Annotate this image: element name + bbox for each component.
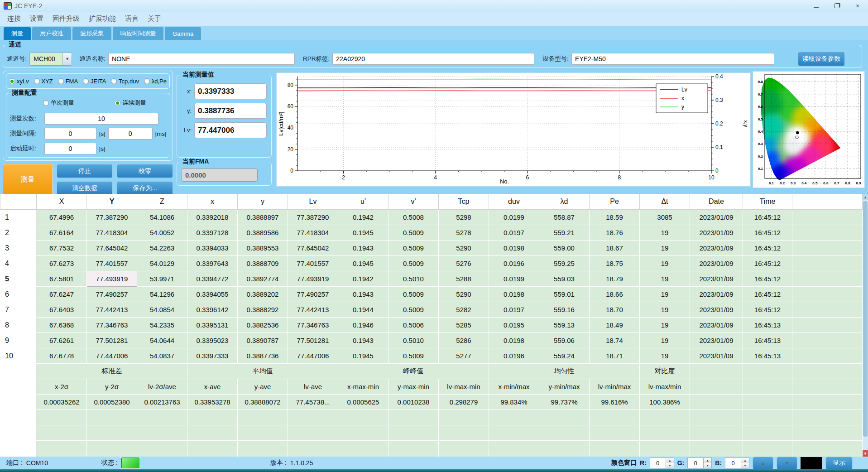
table-cell[interactable]: 18.66: [590, 287, 640, 302]
table-cell[interactable]: 67.6247: [37, 287, 87, 302]
row-number[interactable]: 10: [0, 348, 37, 364]
table-cell[interactable]: 77.493919: [288, 271, 338, 287]
table-cell[interactable]: 2023/01/09: [690, 241, 743, 256]
table-cell[interactable]: 16:45:13: [743, 333, 792, 348]
table-cell[interactable]: 5277: [439, 348, 489, 364]
table-cell[interactable]: 18.74: [590, 333, 640, 348]
table-cell[interactable]: [539, 425, 590, 441]
table-cell[interactable]: 5285: [439, 318, 489, 333]
table-cell[interactable]: 0.3888897: [238, 210, 288, 225]
table-cell[interactable]: 77.645042: [87, 241, 137, 256]
table-cell[interactable]: 19: [640, 287, 690, 302]
table-cell[interactable]: 0.3397128: [187, 225, 238, 241]
table-cell[interactable]: 2023/01/09: [690, 333, 743, 348]
table-cell[interactable]: 67.6403: [37, 302, 87, 318]
table-cell[interactable]: 19: [640, 333, 690, 348]
table-cell[interactable]: 54.0854: [137, 302, 187, 318]
table-cell[interactable]: 2023/01/09: [690, 225, 743, 241]
row-number[interactable]: 9: [0, 333, 37, 348]
table-cell[interactable]: [288, 410, 338, 425]
close-button[interactable]: ×: [847, 0, 868, 12]
table-cell[interactable]: 19: [640, 302, 690, 318]
table-cell[interactable]: 77.442413: [87, 302, 137, 318]
table-cell[interactable]: 19: [640, 348, 690, 364]
table-cell[interactable]: 0.3890787: [238, 333, 288, 348]
table-cell[interactable]: 54.2263: [137, 241, 187, 256]
table-cell[interactable]: 5286: [439, 333, 489, 348]
table-cell[interactable]: 67.6368: [37, 318, 87, 333]
interval-ms-input[interactable]: 0: [108, 128, 153, 140]
table-cell[interactable]: 77.490257: [87, 287, 137, 302]
table-cell[interactable]: 0.5009: [388, 302, 439, 318]
table-cell[interactable]: 16:45:12: [743, 302, 792, 318]
row-number[interactable]: 1: [0, 210, 37, 225]
scrollbar-thumb[interactable]: [863, 201, 868, 437]
read-device-params-button[interactable]: 读取设备参数: [798, 52, 845, 66]
menu-firmware-upgrade[interactable]: 固件升级: [48, 14, 84, 23]
table-cell[interactable]: 0.3888709: [238, 256, 288, 271]
table-cell[interactable]: 77.493919: [87, 271, 137, 287]
table-cell[interactable]: 18.67: [590, 241, 640, 256]
spin-up-icon[interactable]: ▲: [704, 458, 711, 463]
table-cell[interactable]: 0.0199: [489, 271, 539, 287]
table-cell[interactable]: 559.24: [539, 348, 590, 364]
spin-down-icon[interactable]: ▼: [666, 463, 674, 468]
table-cell[interactable]: 67.6273: [37, 256, 87, 271]
table-cell[interactable]: [690, 441, 743, 456]
stop-button[interactable]: 停止: [57, 164, 113, 178]
table-cell[interactable]: 559.03: [539, 271, 590, 287]
restore-button[interactable]: [826, 0, 847, 12]
save-as-button[interactable]: 保存为...: [117, 181, 173, 195]
table-cell[interactable]: [137, 425, 187, 441]
table-cell[interactable]: 0.3394033: [187, 241, 238, 256]
table-cell[interactable]: 0.1943: [338, 287, 388, 302]
table-cell[interactable]: 2023/01/09: [690, 256, 743, 271]
table-cell[interactable]: 53.9971: [137, 271, 187, 287]
table-cell[interactable]: 2023/01/09: [690, 271, 743, 287]
table-cell[interactable]: 19: [640, 225, 690, 241]
table-cell[interactable]: 19: [640, 256, 690, 271]
table-cell[interactable]: 77.447006: [288, 348, 338, 364]
table-cell[interactable]: 0.5010: [388, 333, 439, 348]
table-cell[interactable]: 5290: [439, 287, 489, 302]
table-cell[interactable]: [37, 425, 87, 441]
table-cell[interactable]: 0.3394772: [187, 271, 238, 287]
table-cell[interactable]: 0.3892774: [238, 271, 288, 287]
table-cell[interactable]: 0.5009: [388, 256, 439, 271]
table-cell[interactable]: 77.442413: [288, 302, 338, 318]
table-cell[interactable]: [439, 425, 489, 441]
table-cell[interactable]: 0.3888292: [238, 302, 288, 318]
table-cell[interactable]: 67.5801: [37, 271, 87, 287]
menu-settings[interactable]: 设置: [25, 14, 48, 23]
row-number[interactable]: 4: [0, 256, 37, 271]
table-cell[interactable]: 77.490257: [288, 287, 338, 302]
table-cell[interactable]: [690, 410, 743, 425]
menu-extensions[interactable]: 扩展功能: [84, 14, 120, 23]
table-cell[interactable]: 0.0198: [489, 241, 539, 256]
table-cell[interactable]: 5298: [439, 210, 489, 225]
table-cell[interactable]: 0.0196: [489, 256, 539, 271]
table-cell[interactable]: [539, 441, 590, 456]
table-cell[interactable]: 18.79: [590, 271, 640, 287]
table-cell[interactable]: 77.346763: [87, 318, 137, 333]
table-cell[interactable]: 0.1945: [338, 256, 388, 271]
table-cell[interactable]: [87, 425, 137, 441]
scroll-down-icon[interactable]: ▼: [863, 450, 868, 457]
table-cell[interactable]: 0.1943: [338, 241, 388, 256]
spin-up-icon[interactable]: ▲: [741, 458, 749, 463]
table-cell[interactable]: 0.5009: [388, 225, 439, 241]
row-number[interactable]: 5: [0, 271, 37, 287]
spin-up-icon[interactable]: ▲: [666, 458, 674, 463]
table-cell[interactable]: [37, 441, 87, 456]
table-cell[interactable]: [288, 441, 338, 456]
table-cell[interactable]: 16:45:12: [743, 287, 792, 302]
table-cell[interactable]: 77.501281: [288, 333, 338, 348]
channel-name-input[interactable]: NONE: [108, 53, 295, 65]
table-cell[interactable]: [690, 425, 743, 441]
table-cell[interactable]: 3085: [640, 210, 690, 225]
show-button[interactable]: 显示: [825, 457, 853, 470]
table-cell[interactable]: [640, 425, 690, 441]
table-cell[interactable]: 0.5010: [388, 271, 439, 287]
table-cell[interactable]: 54.0052: [137, 225, 187, 241]
row-number[interactable]: 7: [0, 302, 37, 318]
